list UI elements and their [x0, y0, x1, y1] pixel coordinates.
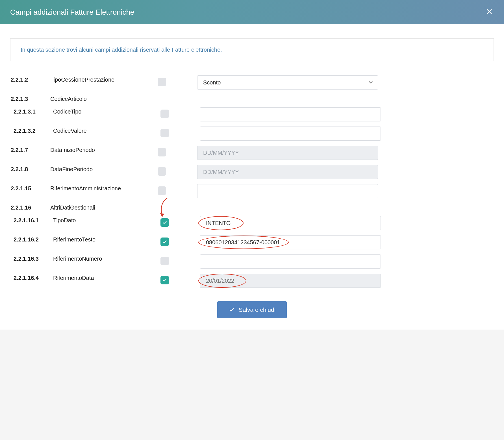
- field-code: 2.2.1.16: [11, 203, 50, 211]
- field-code: 2.2.1.2: [11, 75, 50, 83]
- row-rif-data: 2.2.1.16.4 RiferimentoData: [10, 274, 494, 288]
- row-rif-testo: 2.2.1.16.2 RiferimentoTesto: [10, 235, 494, 249]
- checkbox-rif-amm[interactable]: [158, 186, 166, 195]
- field-label: RiferimentoNumero: [53, 254, 160, 262]
- input-codice-valore[interactable]: [200, 127, 381, 141]
- row-codice-articolo: 2.2.1.3 CodiceArticolo: [10, 95, 494, 102]
- row-rif-numero: 2.2.1.16.3 RiferimentoNumero: [10, 254, 494, 269]
- check-icon: [229, 307, 235, 313]
- field-label: TipoCessionePrestazione: [50, 75, 158, 83]
- field-code: 2.2.1.16.2: [14, 235, 53, 243]
- checkbox-codice-valore[interactable]: [160, 129, 169, 137]
- input-data-inizio[interactable]: [197, 146, 378, 160]
- close-button[interactable]: [485, 7, 494, 18]
- field-code: 2.2.1.7: [11, 146, 50, 153]
- field-label: TipoDato: [53, 216, 160, 224]
- checkbox-rif-numero[interactable]: [160, 257, 169, 265]
- info-text: In questa sezione trovi alcuni campi add…: [21, 47, 222, 53]
- field-label: RiferimentoData: [53, 274, 160, 281]
- field-code: 2.2.1.3.2: [14, 127, 53, 134]
- field-label: AltriDatiGestionali: [50, 203, 158, 211]
- input-tipo-dato[interactable]: [200, 216, 381, 230]
- field-label: RiferimentoTesto: [53, 235, 160, 243]
- checkbox-codice-tipo[interactable]: [160, 110, 169, 118]
- checkbox-rif-testo[interactable]: [160, 238, 169, 246]
- dialog-campi-addizionali: Campi addizionali Fatture Elettroniche I…: [0, 0, 504, 330]
- field-label: CodiceTipo: [53, 107, 160, 115]
- dialog-footer: Salva e chiudi: [10, 293, 494, 321]
- input-rif-testo[interactable]: [200, 235, 381, 249]
- input-data-fine[interactable]: [197, 165, 378, 179]
- row-codice-valore: 2.2.1.3.2 CodiceValore: [10, 127, 494, 141]
- field-code: 2.2.1.8: [11, 165, 50, 173]
- field-label: CodiceArticolo: [50, 95, 158, 102]
- field-label: DataInizioPeriodo: [50, 146, 158, 153]
- save-button[interactable]: Salva e chiudi: [217, 301, 287, 318]
- field-code: 2.2.1.16.3: [14, 254, 53, 262]
- checkbox-tipo-cessione[interactable]: [158, 78, 166, 86]
- row-rif-amministrazione: 2.2.1.15 RiferimentoAmministrazione: [10, 184, 494, 198]
- input-rif-amm[interactable]: [197, 184, 378, 198]
- field-label: DataFinePeriodo: [50, 165, 158, 173]
- field-label: CodiceValore: [53, 127, 160, 134]
- dialog-content: In questa sezione trovi alcuni campi add…: [0, 24, 504, 330]
- field-code: 2.2.1.16.4: [14, 274, 53, 281]
- checkbox-tipo-dato[interactable]: [160, 218, 169, 227]
- input-rif-numero[interactable]: [200, 254, 381, 269]
- checkbox-rif-data[interactable]: [160, 276, 169, 284]
- field-code: 2.2.1.15: [11, 184, 50, 192]
- field-code: 2.2.1.16.1: [14, 216, 53, 224]
- field-code: 2.2.1.3: [11, 95, 50, 102]
- save-label: Salva e chiudi: [239, 306, 276, 313]
- row-data-inizio: 2.2.1.7 DataInizioPeriodo: [10, 146, 494, 160]
- close-icon: [486, 8, 493, 15]
- field-code: 2.2.1.3.1: [14, 107, 53, 115]
- field-label: RiferimentoAmministrazione: [50, 184, 158, 192]
- dialog-header: Campi addizionali Fatture Elettroniche: [0, 0, 504, 24]
- select-tipo-cessione[interactable]: Sconto: [197, 75, 378, 90]
- row-altri-dati: 2.2.1.16 AltriDatiGestionali: [10, 203, 494, 211]
- row-tipo-cessione: 2.2.1.2 TipoCessionePrestazione Sconto: [10, 75, 494, 90]
- input-rif-data[interactable]: [200, 274, 381, 288]
- info-box: In questa sezione trovi alcuni campi add…: [10, 38, 494, 61]
- checkbox-data-fine[interactable]: [158, 167, 166, 176]
- input-codice-tipo[interactable]: [200, 107, 381, 121]
- checkbox-data-inizio[interactable]: [158, 148, 166, 156]
- row-codice-tipo: 2.2.1.3.1 CodiceTipo: [10, 107, 494, 121]
- dialog-title: Campi addizionali Fatture Elettroniche: [10, 8, 134, 17]
- row-tipo-dato: 2.2.1.16.1 TipoDato: [10, 216, 494, 230]
- row-data-fine: 2.2.1.8 DataFinePeriodo: [10, 165, 494, 179]
